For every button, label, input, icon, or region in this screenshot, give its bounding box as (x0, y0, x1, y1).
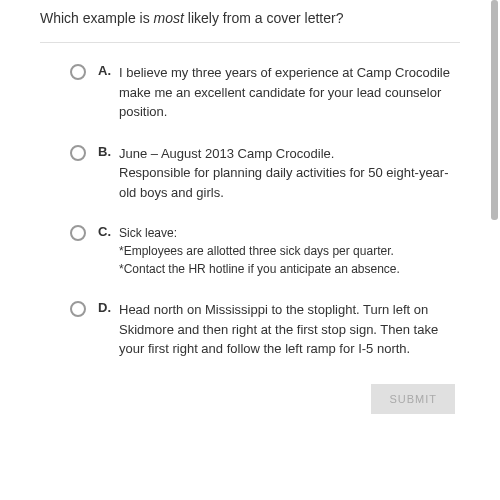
option-content: C. Sick leave:*Employees are allotted th… (98, 224, 460, 278)
options-list: A. I believe my three years of experienc… (40, 43, 460, 359)
option-label: C. (98, 224, 111, 239)
radio-icon[interactable] (70, 145, 86, 161)
option-label: A. (98, 63, 111, 78)
option-content: B. June – August 2013 Camp Crocodile.Res… (98, 144, 460, 203)
option-text: I believe my three years of experience a… (119, 63, 460, 122)
question-emphasis: most (154, 10, 184, 26)
question-prefix: Which example is (40, 10, 154, 26)
option-text: June – August 2013 Camp Crocodile.Respon… (119, 144, 460, 203)
option-d[interactable]: D. Head north on Mississippi to the stop… (40, 300, 460, 359)
question-suffix: likely from a cover letter? (184, 10, 344, 26)
option-text: Head north on Mississippi to the stoplig… (119, 300, 460, 359)
option-a[interactable]: A. I believe my three years of experienc… (40, 63, 460, 122)
scrollbar[interactable] (491, 0, 498, 220)
option-text: Sick leave:*Employees are allotted three… (119, 224, 400, 278)
question-text: Which example is most likely from a cove… (40, 0, 460, 43)
option-b[interactable]: B. June – August 2013 Camp Crocodile.Res… (40, 144, 460, 203)
option-content: D. Head north on Mississippi to the stop… (98, 300, 460, 359)
radio-icon[interactable] (70, 64, 86, 80)
option-c[interactable]: C. Sick leave:*Employees are allotted th… (40, 224, 460, 278)
radio-icon[interactable] (70, 301, 86, 317)
submit-button[interactable]: SUBMIT (371, 384, 455, 414)
option-label: B. (98, 144, 111, 159)
option-label: D. (98, 300, 111, 315)
radio-icon[interactable] (70, 225, 86, 241)
submit-wrap: SUBMIT (40, 384, 460, 414)
option-content: A. I believe my three years of experienc… (98, 63, 460, 122)
